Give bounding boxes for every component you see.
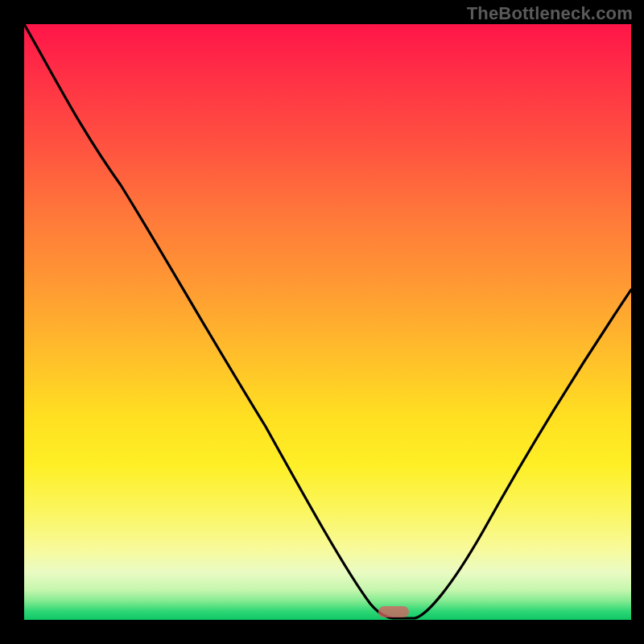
watermark-text: TheBottleneck.com xyxy=(467,3,633,24)
optimal-marker xyxy=(378,606,409,617)
plot-area xyxy=(24,24,631,620)
chart-container: TheBottleneck.com xyxy=(0,0,644,644)
mismatch-curve-path xyxy=(24,24,631,618)
line-series xyxy=(24,24,631,620)
